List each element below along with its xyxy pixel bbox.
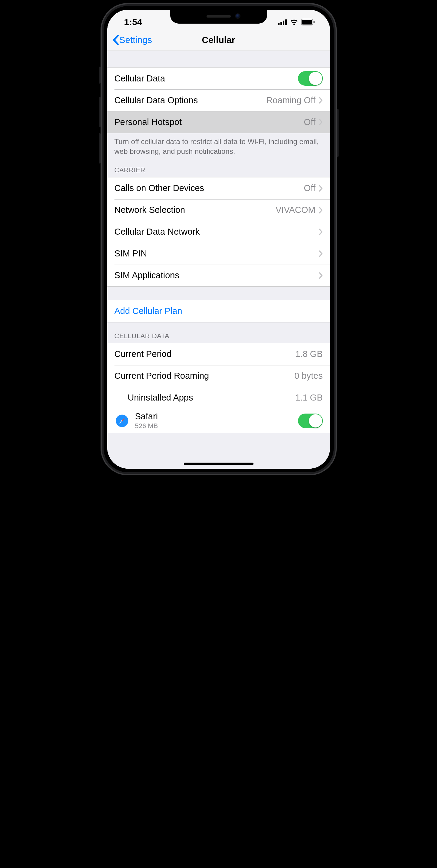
cellular-data-network-row[interactable]: Cellular Data Network <box>107 221 330 243</box>
current-period-row: Current Period 1.8 GB <box>107 343 330 365</box>
phone-frame: 1:54 Settings Cellular Cellula <box>100 3 337 475</box>
silence-switch <box>99 67 100 84</box>
add-cellular-plan-row[interactable]: Add Cellular Plan <box>107 300 330 322</box>
row-label: Network Selection <box>115 205 276 215</box>
calls-other-devices-row[interactable]: Calls on Other Devices Off <box>107 178 330 199</box>
svg-rect-3 <box>285 20 287 25</box>
cellular-signal-icon <box>278 19 287 25</box>
row-label: Current Period Roaming <box>115 371 295 381</box>
row-value: Off <box>304 117 315 127</box>
chevron-left-icon <box>113 35 119 45</box>
row-value: Off <box>304 183 315 193</box>
volume-up-button <box>99 97 100 127</box>
cellular-data-options-row[interactable]: Cellular Data Options Roaming Off <box>107 89 330 111</box>
app-name: Safari <box>135 411 158 422</box>
wifi-icon <box>289 19 299 25</box>
side-button <box>337 109 339 157</box>
cellular-data-label: Cellular Data <box>115 73 298 84</box>
row-value: 1.8 GB <box>295 349 322 359</box>
chevron-right-icon <box>319 272 323 279</box>
settings-scroll[interactable]: Cellular Data Cellular Data Options Roam… <box>107 51 330 469</box>
section-footer: Turn off cellular data to restrict all d… <box>107 133 330 157</box>
safari-data-toggle[interactable] <box>298 413 323 428</box>
svg-rect-5 <box>302 20 312 25</box>
svg-rect-6 <box>313 21 315 23</box>
row-label: Calls on Other Devices <box>115 183 304 193</box>
chevron-right-icon <box>319 207 323 214</box>
status-time: 1:54 <box>124 17 142 27</box>
navigation-bar: Settings Cellular <box>107 29 330 51</box>
back-label: Settings <box>119 35 152 45</box>
app-usage: 526 MB <box>135 422 158 430</box>
sim-applications-row[interactable]: SIM Applications <box>107 265 330 286</box>
svg-rect-2 <box>283 21 284 25</box>
cellular-data-row[interactable]: Cellular Data <box>107 67 330 89</box>
usage-group: Current Period 1.8 GB Current Period Roa… <box>107 343 330 433</box>
network-selection-row[interactable]: Network Selection VIVACOM <box>107 199 330 221</box>
chevron-right-icon <box>319 228 323 236</box>
chevron-right-icon <box>319 250 323 257</box>
chevron-right-icon <box>319 97 323 104</box>
row-label: Add Cellular Plan <box>115 306 323 316</box>
row-value: 0 bytes <box>294 371 323 381</box>
chevron-right-icon <box>319 118 323 126</box>
row-value: VIVACOM <box>276 205 316 215</box>
svg-rect-0 <box>278 23 280 25</box>
chevron-right-icon <box>319 185 323 192</box>
page-title: Cellular <box>202 35 235 45</box>
row-label: Cellular Data Options <box>115 95 267 105</box>
row-label: Cellular Data Network <box>115 227 319 237</box>
plan-group: Add Cellular Plan <box>107 300 330 322</box>
back-button[interactable]: Settings <box>113 35 152 45</box>
personal-hotspot-row[interactable]: Personal Hotspot Off <box>107 111 330 133</box>
carrier-header: CARRIER <box>107 157 330 177</box>
uninstalled-apps-row[interactable]: Uninstalled Apps 1.1 GB <box>107 387 330 409</box>
row-label: SIM Applications <box>115 270 319 280</box>
row-label: Personal Hotspot <box>115 117 304 127</box>
device-notch <box>170 10 267 24</box>
row-label: Uninstalled Apps <box>128 393 295 403</box>
svg-rect-1 <box>280 22 282 25</box>
row-value: Roaming Off <box>266 95 315 105</box>
sim-pin-row[interactable]: SIM PIN <box>107 243 330 265</box>
volume-down-button <box>99 133 100 163</box>
app-safari-row[interactable]: Safari 526 MB <box>107 409 330 433</box>
cellular-data-toggle[interactable] <box>298 71 323 86</box>
row-label: Current Period <box>115 349 295 359</box>
row-value: 1.1 GB <box>295 393 322 403</box>
current-period-roaming-row: Current Period Roaming 0 bytes <box>107 365 330 387</box>
row-label: SIM PIN <box>115 249 319 258</box>
carrier-group: Calls on Other Devices Off Network Selec… <box>107 177 330 287</box>
home-indicator[interactable] <box>184 463 253 465</box>
main-group: Cellular Data Cellular Data Options Roam… <box>107 67 330 133</box>
safari-app-icon <box>115 413 130 428</box>
usage-header: CELLULAR DATA <box>107 322 330 343</box>
battery-icon <box>301 19 315 25</box>
